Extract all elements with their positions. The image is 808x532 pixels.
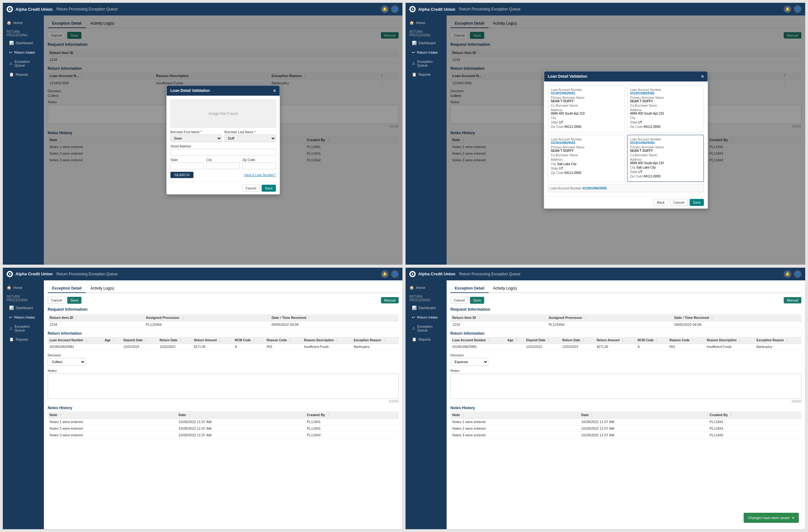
decision-row-3: Decision Collect Expense Write Off Other — [48, 353, 399, 366]
notes-history-row: Notes 1 were entered10/28/2022 11:07 AMP… — [48, 418, 399, 425]
first-name-input[interactable]: Sean — [170, 134, 222, 142]
sidebar-item-dashboard-3[interactable]: 📊 Dashboard — [3, 303, 44, 313]
modal-close-button[interactable]: × — [273, 88, 276, 93]
last-name-label: Borrower Last Name * — [224, 130, 276, 134]
dashboard-icon-2: 📊 — [412, 41, 417, 45]
state-input[interactable] — [170, 162, 204, 169]
modal-cancel-button[interactable]: Cancel — [242, 185, 260, 191]
sidebar-item-return-intake-4[interactable]: ↩ Return Intake — [406, 313, 447, 322]
loan-result-card-3[interactable]: Loan Account Number 43190109629583 Prima… — [548, 135, 625, 182]
request-info-table-3: Return Item ID ⋮ Assigned Processor ⋮ Da… — [48, 314, 399, 328]
page-title-bar-4: Return Processing Exception Queue — [459, 272, 784, 276]
sidebar-item-exception-queue-4[interactable]: ⚠ Exception Queue — [406, 322, 447, 335]
sidebar-item-reports-3[interactable]: 📋 Reports — [3, 335, 44, 344]
save-toast: Changes have been saved × — [743, 513, 799, 523]
sidebar-item-return-intake[interactable]: ↩ Return Intake — [3, 48, 44, 57]
request-info-title-3: Request Information — [48, 307, 399, 312]
exception-queue-icon-4: ⚠ — [412, 326, 415, 331]
header-icons-4: 🔔 👤 — [784, 270, 801, 278]
sidebar-item-exception-queue[interactable]: ⚠ Exception Queue — [3, 57, 44, 70]
user-avatar-4[interactable]: 👤 — [794, 270, 801, 278]
notes-history-row: Notes 3 were entered10/28/2022 11:07 AMP… — [451, 432, 801, 438]
tabs-3: Exception Detail Activity Log(s) — [48, 284, 399, 293]
page-title-bar-2: Return Processing Exception Queue — [459, 7, 784, 11]
modal-save-button-2[interactable]: Save — [690, 199, 704, 206]
tab-activity-log-4[interactable]: Activity Log(s) — [489, 284, 521, 293]
dashboard-icon-3: 📊 — [9, 306, 14, 310]
city-input[interactable] — [206, 162, 240, 169]
sidebar-item-reports-4[interactable]: 📋 Reports — [406, 335, 447, 344]
sidebar-item-home[interactable]: 🏠 Home — [3, 18, 44, 27]
manual-button-4[interactable]: Manual — [784, 297, 801, 304]
loan-result-card-1[interactable]: Loan Account Number 43190109629581 Prima… — [548, 85, 625, 132]
content-area: Exception Detail Activity Log(s) Cancel … — [44, 16, 402, 264]
sidebar-item-dashboard[interactable]: 📊 Dashboard — [3, 38, 44, 48]
notes-label-3: Notes — [48, 369, 399, 372]
exception-queue-icon: ⚠ — [9, 61, 13, 66]
sidebar-item-exception-queue-2[interactable]: ⚠ Exception Queue — [406, 57, 447, 70]
sidebar-item-return-intake-2[interactable]: ↩ Return Intake — [406, 48, 447, 57]
form-row-names: Borrower First Name * Sean Borrower Last… — [170, 130, 276, 142]
cancel-button-4[interactable]: Cancel — [451, 297, 468, 304]
modal-cancel-button-2[interactable]: Cancel — [670, 199, 688, 206]
zip-input[interactable] — [242, 162, 276, 169]
save-button-4[interactable]: Save — [470, 297, 484, 304]
app-name-2: Alpha Credit Union — [418, 7, 456, 12]
notes-history-row: Notes 3 were entered10/28/2022 11:07 AMP… — [48, 432, 399, 438]
user-avatar[interactable]: 👤 — [391, 5, 399, 13]
sidebar-item-dashboard-4[interactable]: 📊 Dashboard — [406, 303, 447, 313]
notification-bell-icon[interactable]: 🔔 — [381, 5, 388, 13]
street-input[interactable] — [170, 149, 276, 155]
cancel-button-3[interactable]: Cancel — [48, 297, 65, 304]
sidebar-3: 🏠 Home Return Processing 📊 Dashboard ↩ R… — [3, 280, 44, 530]
modal-close-button-2[interactable]: × — [701, 74, 704, 79]
toast-close-button[interactable]: × — [792, 515, 794, 520]
loan-result-card-2[interactable]: Loan Account Number 43190109629582 Prima… — [627, 85, 704, 132]
header-icons-3: 🔔 👤 — [381, 270, 399, 278]
sidebar-item-reports-2[interactable]: 📋 Reports — [406, 70, 447, 79]
tab-activity-log-3[interactable]: Activity Log(s) — [86, 284, 118, 293]
notes-history-title-4: Notes History — [451, 406, 801, 410]
notes-input-4[interactable] — [451, 373, 801, 399]
tab-exception-detail-3[interactable]: Exception Detail — [48, 284, 86, 293]
sidebar-section-4: Return Processing — [406, 292, 447, 303]
header-icons-2: 🔔 👤 — [784, 5, 801, 13]
decision-select-4[interactable]: Collect Expense Write Off Other — [451, 358, 488, 366]
decision-select-3[interactable]: Collect Expense Write Off Other — [48, 358, 86, 366]
notes-input-3[interactable] — [48, 373, 399, 399]
sidebar-item-return-intake-3[interactable]: ↩ Return Intake — [3, 313, 44, 322]
sidebar-item-home-2[interactable]: 🏠 Home — [406, 18, 447, 27]
request-info-title-4: Request Information — [451, 307, 801, 312]
user-avatar-2[interactable]: 👤 — [794, 5, 801, 13]
modal-body: Image Not Found Borrower First Name * Se… — [167, 96, 280, 182]
sidebar-item-home-4[interactable]: 🏠 Home — [406, 283, 447, 292]
return-info-table-4: Loan Account Number ⋮ Age ⋮ Deposit Date… — [451, 337, 801, 350]
save-button-3[interactable]: Save — [67, 297, 81, 304]
modal-save-button[interactable]: Save — [262, 185, 276, 191]
logo-icon — [7, 6, 13, 12]
sidebar: 🏠 Home Return Processing 📊 Dashboard ↩ R… — [3, 16, 44, 264]
notification-bell-icon-4[interactable]: 🔔 — [784, 270, 791, 278]
last-name-input[interactable]: Duff — [224, 134, 276, 142]
page-title-bar: Return Processing Exception Queue — [56, 7, 381, 11]
modal-back-button[interactable]: Back — [653, 199, 668, 206]
tab-exception-detail-4[interactable]: Exception Detail — [451, 284, 489, 293]
first-name-label: Borrower First Name * — [170, 130, 222, 134]
home-icon-3: 🏠 — [7, 286, 11, 290]
have-loan-number-link[interactable]: Have a Loan Number? — [244, 173, 276, 177]
manual-button-3[interactable]: Manual — [381, 297, 399, 304]
sidebar-item-home-3[interactable]: 🏠 Home — [3, 283, 44, 292]
notification-bell-icon-2[interactable]: 🔔 — [784, 5, 791, 13]
notification-bell-icon-3[interactable]: 🔔 — [381, 270, 388, 278]
sidebar-item-reports[interactable]: 📋 Reports — [3, 70, 44, 79]
loan-result-card-4[interactable]: Loan Account Number 43190109629584 Prima… — [627, 135, 704, 182]
sidebar-item-dashboard-2[interactable]: 📊 Dashboard — [406, 38, 447, 48]
sidebar-4: 🏠 Home Return Processing 📊 Dashboard ↩ R… — [406, 280, 447, 530]
modal-body-2: Loan Account Number 43190109629581 Prima… — [544, 81, 708, 196]
top-bar-4: Alpha Credit Union Return Processing Exc… — [406, 268, 805, 280]
single-loan-account: Loan Account Number 43190109629985 — [548, 184, 704, 192]
date-time-val-3: 09/05/2022 04:08 — [270, 321, 399, 328]
search-button[interactable]: SEARCH — [170, 172, 194, 178]
user-avatar-3[interactable]: 👤 — [391, 270, 399, 278]
sidebar-item-exception-queue-3[interactable]: ⚠ Exception Queue — [3, 322, 44, 335]
